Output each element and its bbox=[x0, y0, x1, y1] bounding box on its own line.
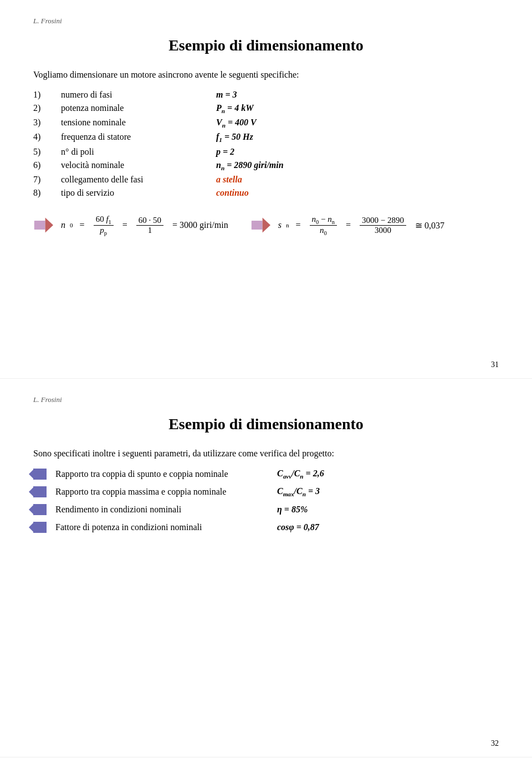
arrow-icon-left bbox=[33, 217, 53, 233]
intro-text-1: Vogliamo dimensionare un motore asincron… bbox=[33, 70, 499, 80]
bullet-value-1: Cavv/Cn = 2,6 bbox=[277, 469, 324, 480]
spec-value-2: Pn = 4 kW bbox=[216, 103, 253, 114]
spec-row-3: 3) tensione nominale Vn = 400 V bbox=[33, 118, 499, 129]
spec-row-8: 8) tipo di servizio continuo bbox=[33, 188, 499, 198]
bullet-icon-2 bbox=[33, 486, 47, 497]
bullet-value-3: η = 85% bbox=[277, 505, 308, 515]
formula-sn-eq2: = bbox=[344, 220, 353, 230]
spec-row-7: 7) collegamento delle fasi a stella bbox=[33, 175, 499, 185]
formula-n0-var: n bbox=[61, 220, 65, 230]
spec-row-4: 4) frequenza di statore f1 = 50 Hz bbox=[33, 132, 499, 143]
fraction-n0-nn-n0: n0 − nn n0 bbox=[310, 215, 337, 236]
formula-sn-var: s bbox=[278, 220, 282, 230]
bullet-row-4: Fattore di potenza in condizioni nominal… bbox=[33, 522, 499, 533]
spec-num-5: 5) bbox=[33, 147, 61, 157]
formula-n0-sub: 0 bbox=[70, 222, 73, 228]
spec-value-6: nn = 2890 giri/min bbox=[216, 160, 284, 171]
formula-eq-sign: = bbox=[78, 220, 87, 230]
spec-label-3: tensione nominale bbox=[61, 118, 216, 128]
spec-label-7: collegamento delle fasi bbox=[61, 175, 216, 185]
page-number-2: 32 bbox=[491, 739, 499, 748]
fraction-top-6050: 60 · 50 bbox=[136, 216, 163, 226]
bullet-label-2: Rapporto tra coppia massima e coppia nom… bbox=[55, 487, 277, 497]
spec-row-6: 6) velocità nominale nn = 2890 giri/min bbox=[33, 160, 499, 171]
bullet-label-4: Fattore di potenza in condizioni nominal… bbox=[55, 522, 277, 532]
svg-marker-3 bbox=[262, 218, 270, 233]
spec-num-6: 6) bbox=[33, 160, 61, 170]
fraction-top-n0nn: n0 − nn bbox=[310, 215, 337, 226]
page-2: L. Frosini Esempio di dimensionamento So… bbox=[0, 379, 532, 757]
page-header-1: L. Frosini bbox=[33, 17, 499, 26]
spec-label-1: numero di fasi bbox=[61, 90, 216, 100]
fraction-3000-2890-3000: 3000 − 2890 3000 bbox=[360, 216, 406, 235]
page-number-1: 31 bbox=[491, 360, 499, 369]
fraction-bottom-pp: pp bbox=[98, 226, 109, 236]
spec-num-7: 7) bbox=[33, 175, 61, 185]
svg-rect-2 bbox=[251, 221, 262, 230]
bullet-row-2: Rapporto tra coppia massima e coppia nom… bbox=[33, 486, 499, 497]
bullet-icon-1 bbox=[33, 469, 47, 480]
bullet-icon-3 bbox=[33, 504, 47, 515]
fraction-top-60f1: 60 f1 bbox=[94, 215, 114, 226]
spec-value-8: continuo bbox=[216, 188, 249, 198]
fraction-bottom-3000: 3000 bbox=[372, 226, 393, 235]
page-title-2: Esempio di dimensionamento bbox=[33, 415, 499, 433]
page-title-1: Esempio di dimensionamento bbox=[33, 37, 499, 54]
formula-sn-result: ≅ 0,037 bbox=[413, 220, 444, 231]
svg-marker-1 bbox=[45, 218, 53, 233]
bullet-label-1: Rapporto tra coppia di spunto e coppia n… bbox=[55, 469, 277, 479]
svg-rect-0 bbox=[34, 221, 45, 230]
spec-num-3: 3) bbox=[33, 118, 61, 128]
page-header-2: L. Frosini bbox=[33, 395, 499, 404]
specs-table: 1) numero di fasi m = 3 2) potenza nomin… bbox=[33, 90, 499, 198]
bullet-list: Rapporto tra coppia di spunto e coppia n… bbox=[33, 469, 499, 533]
spec-num-8: 8) bbox=[33, 188, 61, 198]
spec-label-8: tipo di servizio bbox=[61, 188, 216, 198]
spec-value-1: m = 3 bbox=[216, 90, 237, 100]
fraction-bottom-n0: n0 bbox=[318, 226, 329, 236]
formula-n0: n0 = 60 f1 pp = 60 · 50 1 = 3000 giri/mi… bbox=[33, 215, 228, 236]
bullet-row-1: Rapporto tra coppia di spunto e coppia n… bbox=[33, 469, 499, 480]
spec-value-7: a stella bbox=[216, 175, 242, 185]
arrow-icon-right bbox=[250, 217, 270, 233]
formula-sn: sn = n0 − nn n0 = 3000 − 2890 3000 ≅ 0,0… bbox=[250, 215, 444, 236]
formula-row-1: n0 = 60 f1 pp = 60 · 50 1 = 3000 giri/mi… bbox=[33, 215, 499, 236]
spec-row-5: 5) n° di poli p = 2 bbox=[33, 147, 499, 157]
formula-sn-eq1: = bbox=[293, 220, 303, 230]
bullet-row-3: Rendimento in condizioni nominali η = 85… bbox=[33, 504, 499, 515]
spec-value-5: p = 2 bbox=[216, 147, 234, 157]
spec-num-4: 4) bbox=[33, 132, 61, 142]
spec-num-2: 2) bbox=[33, 103, 61, 113]
formula-result-n0: = 3000 giri/min bbox=[170, 220, 228, 230]
spec-label-5: n° di poli bbox=[61, 147, 216, 157]
spec-label-6: velocità nominale bbox=[61, 160, 216, 170]
formula-sn-sub: n bbox=[286, 222, 289, 228]
spec-num-1: 1) bbox=[33, 90, 61, 100]
spec-value-3: Vn = 400 V bbox=[216, 118, 257, 129]
spec-row-2: 2) potenza nominale Pn = 4 kW bbox=[33, 103, 499, 114]
formula-eq2: = bbox=[120, 220, 130, 230]
intro-text-2: Sono specificati inoltre i seguenti para… bbox=[33, 449, 499, 459]
spec-label-2: potenza nominale bbox=[61, 103, 216, 113]
page-1: L. Frosini Esempio di dimensionamento Vo… bbox=[0, 0, 532, 379]
spec-value-4: f1 = 50 Hz bbox=[216, 132, 253, 143]
bullet-value-4: cosφ = 0,87 bbox=[277, 522, 319, 532]
fraction-60f1-pp: 60 f1 pp bbox=[94, 215, 114, 236]
spec-row-1: 1) numero di fasi m = 3 bbox=[33, 90, 499, 100]
bullet-icon-4 bbox=[33, 522, 47, 533]
spec-label-4: frequenza di statore bbox=[61, 132, 216, 142]
fraction-top-3000-2890: 3000 − 2890 bbox=[360, 216, 406, 226]
bullet-label-3: Rendimento in condizioni nominali bbox=[55, 505, 277, 515]
fraction-6050-1: 60 · 50 1 bbox=[136, 216, 163, 235]
bullet-value-2: Cmax/Cn = 3 bbox=[277, 486, 320, 497]
fraction-bottom-1: 1 bbox=[146, 226, 155, 235]
